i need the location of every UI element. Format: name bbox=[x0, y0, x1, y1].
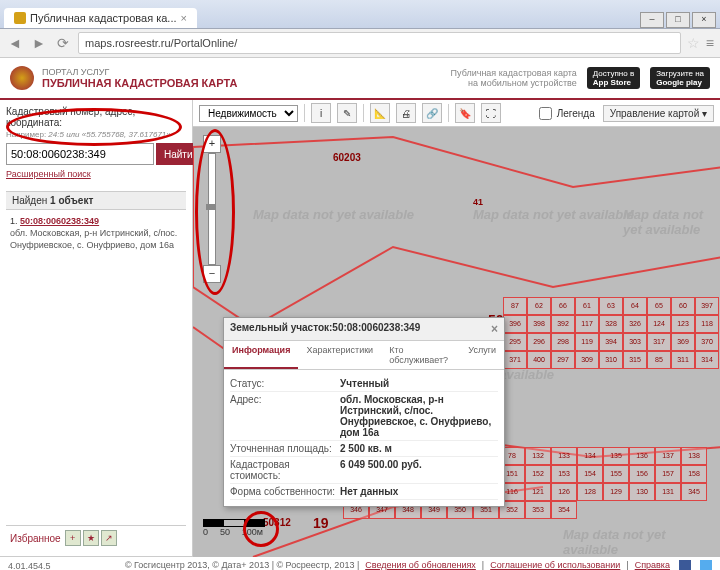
parcel[interactable]: 392 bbox=[551, 315, 575, 333]
parcel[interactable]: 131 bbox=[655, 483, 681, 501]
parcel[interactable]: 121 bbox=[525, 483, 551, 501]
pencil-tool-icon[interactable]: ✎ bbox=[337, 103, 357, 123]
map-manage-button[interactable]: Управление картой ▾ bbox=[603, 105, 714, 122]
footer-link-help[interactable]: Справка bbox=[635, 560, 670, 570]
map-canvas[interactable]: Map data not yet available Map data not … bbox=[193, 127, 720, 557]
parcel[interactable]: 117 bbox=[575, 315, 599, 333]
cadastral-search-input[interactable] bbox=[6, 143, 154, 165]
parcel[interactable]: 152 bbox=[525, 465, 551, 483]
appstore-badge[interactable]: Доступно вApp Store bbox=[587, 67, 640, 89]
parcel[interactable]: 311 bbox=[671, 351, 695, 369]
parcel[interactable]: 295 bbox=[503, 333, 527, 351]
parcel[interactable]: 130 bbox=[629, 483, 655, 501]
print-tool-icon[interactable]: 🖨 bbox=[396, 103, 416, 123]
parcel[interactable]: 128 bbox=[577, 483, 603, 501]
parcel[interactable]: 154 bbox=[577, 465, 603, 483]
parcel[interactable]: 326 bbox=[623, 315, 647, 333]
fav-export-icon[interactable]: ↗ bbox=[101, 530, 117, 546]
parcel[interactable]: 132 bbox=[525, 447, 551, 465]
parcel[interactable]: 158 bbox=[681, 465, 707, 483]
parcel[interactable]: 138 bbox=[681, 447, 707, 465]
parcel[interactable]: 314 bbox=[695, 351, 719, 369]
measure-tool-icon[interactable]: 📐 bbox=[370, 103, 390, 123]
browser-tab[interactable]: Публичная кадастровая ка... × bbox=[4, 8, 197, 28]
parcel[interactable]: 398 bbox=[527, 315, 551, 333]
extent-tool-icon[interactable]: ⛶ bbox=[481, 103, 501, 123]
parcel[interactable]: 309 bbox=[575, 351, 599, 369]
popup-title-bar[interactable]: Земельный участок: 50:08:0060238:349 × bbox=[224, 318, 504, 341]
bookmark-tool-icon[interactable]: 🔖 bbox=[455, 103, 475, 123]
parcel[interactable]: 369 bbox=[671, 333, 695, 351]
parcel[interactable]: 153 bbox=[551, 465, 577, 483]
parcel[interactable]: 62 bbox=[527, 297, 551, 315]
parcel[interactable]: 87 bbox=[503, 297, 527, 315]
layer-select[interactable]: Недвижимость bbox=[199, 105, 298, 122]
tab-info[interactable]: Информация bbox=[224, 341, 298, 369]
parcel[interactable]: 63 bbox=[599, 297, 623, 315]
parcel[interactable]: 124 bbox=[647, 315, 671, 333]
chrome-menu-icon[interactable]: ≡ bbox=[706, 35, 714, 51]
parcel[interactable]: 119 bbox=[575, 333, 599, 351]
parcel[interactable]: 156 bbox=[629, 465, 655, 483]
reload-button[interactable]: ⟳ bbox=[54, 34, 72, 52]
parcel[interactable]: 310 bbox=[599, 351, 623, 369]
facebook-icon[interactable] bbox=[679, 560, 691, 570]
tab-close-icon[interactable]: × bbox=[181, 12, 187, 24]
parcel[interactable]: 85 bbox=[647, 351, 671, 369]
parcel[interactable]: 61 bbox=[575, 297, 599, 315]
search-result-item[interactable]: 1. 50:08:0060238:349 обл. Московская, р-… bbox=[6, 210, 186, 257]
popup-close-button[interactable]: × bbox=[491, 322, 498, 336]
close-window-button[interactable]: × bbox=[692, 12, 716, 28]
parcel[interactable]: 370 bbox=[695, 333, 719, 351]
tab-services[interactable]: Услуги bbox=[460, 341, 504, 369]
twitter-icon[interactable] bbox=[700, 560, 712, 570]
parcel[interactable]: 157 bbox=[655, 465, 681, 483]
parcel[interactable]: 354 bbox=[551, 501, 577, 519]
parcel[interactable]: 136 bbox=[629, 447, 655, 465]
footer-link-agreement[interactable]: Соглашение об использовании bbox=[490, 560, 620, 570]
googleplay-badge[interactable]: Загрузите наGoogle play bbox=[650, 67, 710, 89]
share-tool-icon[interactable]: 🔗 bbox=[422, 103, 442, 123]
parcel[interactable]: 155 bbox=[603, 465, 629, 483]
zoom-thumb[interactable] bbox=[206, 204, 216, 210]
parcel[interactable]: 134 bbox=[577, 447, 603, 465]
zoom-in-button[interactable]: + bbox=[203, 135, 221, 153]
parcel[interactable]: 298 bbox=[551, 333, 575, 351]
zoom-slider[interactable] bbox=[208, 153, 216, 265]
parcel[interactable]: 345 bbox=[681, 483, 707, 501]
zoom-out-button[interactable]: − bbox=[203, 265, 221, 283]
back-button[interactable]: ◄ bbox=[6, 34, 24, 52]
url-input[interactable]: maps.rosreestr.ru/PortalOnline/ bbox=[78, 32, 681, 54]
minimize-button[interactable]: – bbox=[640, 12, 664, 28]
advanced-search-link[interactable]: Расширенный поиск bbox=[6, 169, 186, 179]
fav-list-icon[interactable]: ★ bbox=[83, 530, 99, 546]
parcel[interactable]: 64 bbox=[623, 297, 647, 315]
parcel[interactable]: 129 bbox=[603, 483, 629, 501]
maximize-button[interactable]: □ bbox=[666, 12, 690, 28]
bookmark-star-icon[interactable]: ☆ bbox=[687, 35, 700, 51]
parcel[interactable]: 315 bbox=[623, 351, 647, 369]
parcel[interactable]: 303 bbox=[623, 333, 647, 351]
parcel[interactable]: 118 bbox=[695, 315, 719, 333]
forward-button[interactable]: ► bbox=[30, 34, 48, 52]
fav-add-icon[interactable]: + bbox=[65, 530, 81, 546]
parcel[interactable]: 60 bbox=[671, 297, 695, 315]
parcel[interactable]: 137 bbox=[655, 447, 681, 465]
info-tool-icon[interactable]: i bbox=[311, 103, 331, 123]
parcel[interactable]: 135 bbox=[603, 447, 629, 465]
tab-characteristics[interactable]: Характеристики bbox=[298, 341, 381, 369]
parcel[interactable]: 328 bbox=[599, 315, 623, 333]
parcel[interactable]: 394 bbox=[599, 333, 623, 351]
footer-link-updates[interactable]: Сведения об обновлениях bbox=[365, 560, 476, 570]
parcel[interactable]: 66 bbox=[551, 297, 575, 315]
parcel[interactable]: 371 bbox=[503, 351, 527, 369]
result-cadastral-link[interactable]: 50:08:0060238:349 bbox=[20, 216, 99, 226]
parcel[interactable]: 400 bbox=[527, 351, 551, 369]
parcel[interactable]: 353 bbox=[525, 501, 551, 519]
tab-service[interactable]: Кто обслуживает? bbox=[381, 341, 460, 369]
parcel[interactable]: 397 bbox=[695, 297, 719, 315]
parcel[interactable]: 126 bbox=[551, 483, 577, 501]
parcel[interactable]: 297 bbox=[551, 351, 575, 369]
parcel[interactable]: 123 bbox=[671, 315, 695, 333]
parcel[interactable]: 296 bbox=[527, 333, 551, 351]
